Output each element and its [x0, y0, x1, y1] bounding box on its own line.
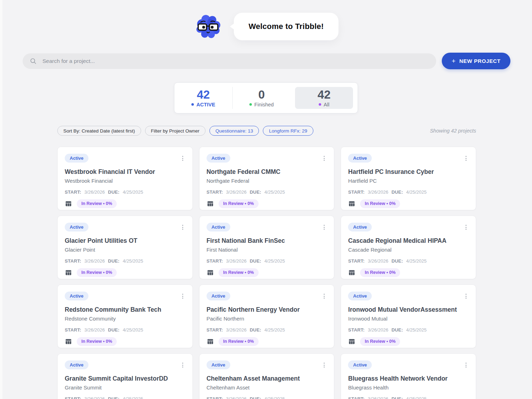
project-dates: START: 3/26/2026 DUE: 4/25/2025	[65, 396, 185, 399]
questionnaire-table-icon	[207, 338, 214, 345]
questionnaire-table-icon	[207, 269, 214, 276]
new-project-button[interactable]: + NEW PROJECT	[442, 53, 510, 69]
project-company: Ironwood Mutual	[348, 315, 469, 322]
project-card[interactable]: Active Pacific Northern Energy Vendor Pa…	[199, 284, 335, 348]
project-card[interactable]: Active Glacier Point Utilities OT Glacie…	[57, 216, 193, 279]
welcome-header: Welcome to Tribble!	[0, 0, 532, 41]
due-label: DUE:	[108, 189, 120, 195]
project-company: Granite Summit	[65, 384, 185, 391]
search-box[interactable]	[23, 53, 436, 69]
status-badge: Active	[348, 360, 372, 369]
project-card[interactable]: Active First National Bank FinSec First …	[199, 216, 335, 279]
filters-row: Sort By: Created Date (latest first) Fil…	[57, 126, 476, 136]
status-badge: Active	[207, 154, 230, 163]
stat-active-value: 42	[197, 89, 210, 100]
project-card[interactable]: Active Granite Summit Capital InvestorDD…	[57, 353, 193, 399]
start-date: 3/26/2026	[84, 258, 105, 264]
project-card[interactable]: Active Cheltenham Asset Management Chelt…	[199, 353, 335, 399]
status-badge: Active	[348, 154, 372, 163]
project-title: Northgate Federal CMMC	[207, 168, 327, 176]
kebab-menu-icon[interactable]	[463, 223, 469, 231]
stat-all[interactable]: 42 All	[295, 87, 353, 109]
project-title: Westbrook Financial IT Vendor	[65, 168, 185, 176]
project-company: Redstone Community	[65, 315, 185, 322]
start-date: 3/26/2026	[226, 396, 247, 399]
project-title: Pacific Northern Energy Vendor	[207, 306, 327, 313]
project-dates: START: 3/26/2026 DUE: 4/25/2025	[348, 189, 469, 195]
status-badge: Active	[207, 223, 230, 231]
status-badge: Active	[65, 360, 88, 369]
sort-by-chip[interactable]: Sort By: Created Date (latest first)	[57, 126, 141, 136]
project-card[interactable]: Active Cascade Regional Medical HIPAA Ca…	[341, 216, 476, 279]
due-date: 4/25/2025	[406, 396, 427, 399]
project-title: Redstone Community Bank Tech	[65, 306, 185, 313]
questionnaire-chip[interactable]: Questionnaire: 13	[209, 126, 259, 136]
status-badge: Active	[65, 154, 88, 163]
questionnaire-table-icon	[65, 338, 72, 345]
kebab-menu-icon[interactable]	[322, 292, 327, 300]
project-title: Hartfield PC Insurance Cyber	[348, 168, 469, 176]
project-dates: START: 3/26/2026 DUE: 4/25/2025	[348, 258, 469, 264]
start-date: 3/26/2026	[226, 327, 247, 333]
longform-rfx-chip[interactable]: Longform RFx: 29	[263, 126, 313, 136]
due-date: 4/25/2025	[123, 396, 143, 399]
kebab-menu-icon[interactable]	[180, 361, 185, 369]
welcome-bubble: Welcome to Tribble!	[234, 13, 339, 40]
project-title: Glacier Point Utilities OT	[65, 237, 185, 245]
project-dates: START: 3/26/2026 DUE: 4/25/2025	[65, 258, 185, 264]
project-title: Bluegrass Health Network Vendor	[348, 375, 469, 382]
project-card[interactable]: Active Northgate Federal CMMC Northgate …	[199, 147, 335, 210]
review-status-badge: In Review • 0%	[219, 268, 259, 277]
kebab-menu-icon[interactable]	[322, 223, 327, 231]
start-date: 3/26/2026	[84, 396, 105, 399]
window-edge	[0, 0, 2, 399]
project-card[interactable]: Active Bluegrass Health Network Vendor B…	[341, 353, 476, 399]
status-badge: Active	[348, 292, 372, 300]
start-date: 3/26/2026	[368, 327, 388, 333]
start-label: START:	[348, 396, 364, 399]
tribble-mascot-icon	[193, 12, 222, 41]
due-label: DUE:	[108, 396, 120, 399]
kebab-menu-icon[interactable]	[463, 292, 469, 300]
project-card[interactable]: Active Redstone Community Bank Tech Reds…	[57, 284, 193, 348]
project-title: Granite Summit Capital InvestorDD	[65, 375, 185, 382]
review-status-badge: In Review • 0%	[219, 199, 259, 208]
search-input[interactable]	[42, 58, 429, 64]
kebab-menu-icon[interactable]	[180, 154, 185, 162]
project-card[interactable]: Active Ironwood Mutual VendorAssessment …	[341, 284, 476, 348]
status-badge: Active	[65, 223, 88, 231]
kebab-menu-icon[interactable]	[180, 223, 185, 231]
kebab-menu-icon[interactable]	[180, 292, 185, 300]
project-card[interactable]: Active Westbrook Financial IT Vendor Wes…	[57, 147, 193, 210]
kebab-menu-icon[interactable]	[322, 154, 327, 162]
stat-finished-value: 0	[258, 89, 265, 100]
start-label: START:	[65, 258, 81, 264]
project-company: Hartfield PC	[348, 177, 469, 184]
project-company: Westbrook Financial	[65, 177, 185, 184]
start-label: START:	[207, 258, 223, 264]
start-date: 3/26/2026	[368, 189, 388, 195]
start-date: 3/26/2026	[368, 258, 388, 264]
project-title: First National Bank FinSec	[207, 237, 327, 245]
filter-owner-chip[interactable]: Filter by Project Owner	[145, 126, 206, 136]
project-company: Northgate Federal	[207, 177, 327, 184]
all-dot-icon	[319, 103, 321, 106]
active-dot-icon	[191, 103, 194, 106]
due-date: 4/25/2025	[406, 258, 427, 264]
kebab-menu-icon[interactable]	[463, 361, 469, 369]
kebab-menu-icon[interactable]	[322, 361, 327, 369]
review-status-badge: In Review • 0%	[77, 268, 117, 277]
stat-active[interactable]: 42 ACTIVE	[174, 87, 232, 109]
kebab-menu-icon[interactable]	[463, 154, 469, 162]
start-label: START:	[348, 189, 364, 195]
due-date: 4/25/2025	[406, 189, 427, 195]
project-card[interactable]: Active Hartfield PC Insurance Cyber Hart…	[341, 147, 476, 210]
project-dates: START: 3/26/2026 DUE: 4/25/2025	[207, 327, 327, 333]
questionnaire-table-icon	[207, 200, 214, 207]
questionnaire-table-icon	[65, 200, 72, 207]
start-label: START:	[348, 258, 364, 264]
stat-finished-label: Finished	[249, 102, 274, 107]
showing-projects-text: Showing 42 projects	[430, 128, 476, 134]
stat-finished[interactable]: 0 Finished	[232, 87, 291, 109]
status-badge: Active	[207, 360, 230, 369]
